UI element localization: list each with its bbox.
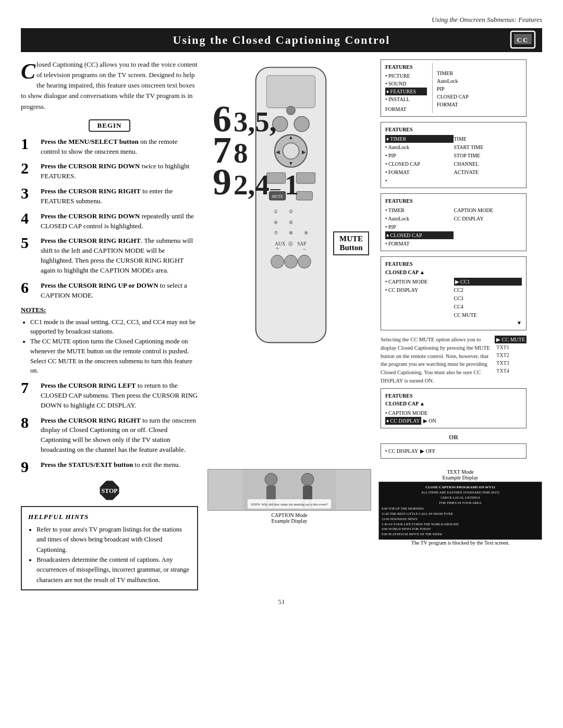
svg-point-10 <box>287 106 296 115</box>
page-title: Using the Closed Captioning Control <box>173 33 390 47</box>
intro-paragraph: Closed Captioning (CC) allows you to rea… <box>21 59 198 112</box>
svg-point-38 <box>265 473 277 486</box>
cc-mute-description: Selecting the CC MUTE option allows you … <box>381 336 527 385</box>
remote-control-svg: ▲ ▼ ◀ ▶ MUTE ① ② ④ <box>234 65 348 367</box>
helpful-hints-title: HELPFUL HINTS <box>28 511 191 522</box>
big-num-6: 6 <box>213 101 231 137</box>
submenus-column: FEATURES • PICTURE • SOUND ♦ FEATURES • … <box>381 59 527 464</box>
caption-examples-area: JOHN: Why did they make the meeting up t… <box>207 469 542 546</box>
intro-text: losed Captioning (CC) allows you to read… <box>21 60 198 110</box>
cc-mute-text: Selecting the CC MUTE option allows you … <box>381 336 492 385</box>
hint-1: Refer to your area's TV program listings… <box>36 525 191 555</box>
step-bold-1: Press the MENU/SELECT button <box>41 138 139 145</box>
step-bold-6: Press the CURSOR RING UP or DOWN <box>41 281 158 289</box>
step-bold-2: Press the CURSOR RING DOWN <box>41 162 140 170</box>
svg-rect-17 <box>266 172 285 183</box>
caption-mode-illustration: JOHN: Why did they make the meeting up t… <box>242 469 336 511</box>
svg-point-32 <box>271 255 284 268</box>
svg-point-12 <box>283 143 299 159</box>
svg-text:–: – <box>302 245 307 252</box>
svg-point-33 <box>285 255 298 268</box>
svg-text:④: ④ <box>274 220 278 225</box>
submenu-closed-cap-detail: FEATURES CLOSED CAP ▲ • CAPTION MODE▶ CC… <box>381 256 527 330</box>
caption-mode-label: CAPTION ModeExample Display <box>207 512 371 524</box>
left-column: Closed Captioning (CC) allows you to rea… <box>21 59 198 590</box>
svg-rect-7 <box>266 76 315 108</box>
step-4: 4 Press the CURSOR RING DOWN repeatedly … <box>21 212 198 231</box>
mute-label-text: MUTE <box>339 235 363 243</box>
page-number: 51 <box>21 598 542 606</box>
submenu-cc-display-off: • CC DISPLAY ▶ OFF <box>381 443 527 459</box>
main-content: Closed Captioning (CC) allows you to rea… <box>21 59 542 590</box>
step-content-5: Press the CURSOR RING RIGHT. The submenu… <box>41 236 198 275</box>
step-7: 7 Press the CURSOR RING LEFT to return t… <box>21 381 198 411</box>
hint-2: Broadcasters determine the content of ca… <box>36 555 191 585</box>
svg-point-42 <box>301 473 314 486</box>
helpful-hints-list: Refer to your area's TV program listings… <box>28 525 191 585</box>
step-content-2: Press the CURSOR RING DOWN twice to high… <box>41 162 198 181</box>
step-num-5: 5 <box>21 235 38 275</box>
svg-text:⑨: ⑨ <box>304 230 308 236</box>
svg-point-34 <box>298 255 311 268</box>
begin-box: BEGIN <box>89 119 130 132</box>
submenu-features-closed-cap: FEATURES • TIMERCAPTION MODE • AutoLockC… <box>381 193 527 251</box>
remote-area: 6 3,5, 7 8 9 2,4 – 1 <box>207 59 374 369</box>
step-2: 2 Press the CURSOR RING DOWN twice to hi… <box>21 162 198 181</box>
text-mode-header: TEXT ModeExample Display <box>378 469 542 480</box>
step-content-8: Press the CURSOR RING RIGHT to turn the … <box>41 416 198 455</box>
header-subtitle: Using the Onscreen Submenus: Features <box>432 16 542 23</box>
svg-text:▶: ▶ <box>302 149 306 155</box>
text-blocked-label: The TV program is blocked by the Text sc… <box>378 540 542 546</box>
step-num-6: 6 <box>21 280 38 301</box>
step-content-7: Press the CURSOR RING LEFT to return to … <box>41 381 198 411</box>
step-8: 8 Press the CURSOR RING RIGHT to turn th… <box>21 416 198 455</box>
step-content-6: Press the CURSOR RING UP or DOWN to sele… <box>41 281 198 301</box>
svg-text:CC: CC <box>517 36 529 44</box>
svg-text:⑧: ⑧ <box>289 230 293 236</box>
drop-cap: C <box>21 60 35 82</box>
page: Using the Onscreen Submenus: Features Us… <box>0 0 563 728</box>
caption-mode-image: JOHN: Why did they make the meeting up t… <box>207 469 371 511</box>
step-bold-7: Press the CURSOR RING LEFT <box>41 381 136 389</box>
caption-mode-example: JOHN: Why did they make the meeting up t… <box>207 469 371 524</box>
step-bold-9: Press the STATUS/EXIT button <box>41 461 133 468</box>
svg-text:②: ② <box>289 209 293 214</box>
step-content-9: Press the STATUS/EXIT button to exit the… <box>41 460 198 475</box>
step-bold-8: Press the CURSOR RING RIGHT <box>41 416 141 424</box>
svg-text:STOP: STOP <box>101 487 117 495</box>
svg-text:①: ① <box>274 209 278 214</box>
svg-rect-43 <box>303 486 312 500</box>
step-content-3: Press the CURSOR RING RIGHT to enter the… <box>41 187 198 206</box>
step-1: 1 Press the MENU/SELECT button on the re… <box>21 137 198 157</box>
button-label-text: Button <box>339 243 363 252</box>
svg-text:⑤: ⑤ <box>289 220 293 225</box>
step-bold-4: Press the CURSOR RING DOWN <box>41 212 140 220</box>
svg-rect-18 <box>296 172 315 183</box>
svg-point-9 <box>294 116 309 131</box>
big-num-9: 9 <box>213 164 231 200</box>
svg-text:▲: ▲ <box>288 134 293 140</box>
step-num-8: 8 <box>21 415 38 455</box>
step-bold-5: Press the CURSOR RING RIGHT <box>41 237 141 244</box>
notes-section: NOTES: CC1 mode is the usual setting. CC… <box>21 306 198 376</box>
step-bold-3: Press the CURSOR RING RIGHT <box>41 187 141 195</box>
page-header: Using the Onscreen Submenus: Features <box>21 16 542 24</box>
submenu-cc-display-on: FEATURES CLOSED CAP ▲ • CAPTION MODE ♦ C… <box>381 388 527 428</box>
stop-icon: STOP <box>99 480 120 501</box>
right-column: 6 3,5, 7 8 9 2,4 – 1 <box>207 59 542 590</box>
step-num-3: 3 <box>21 186 38 206</box>
helpful-hints-box: HELPFUL HINTS Refer to your area's TV pr… <box>21 506 198 590</box>
step-3: 3 Press the CURSOR RING RIGHT to enter t… <box>21 187 198 206</box>
step-content-1: Press the MENU/SELECT button on the remo… <box>41 137 198 157</box>
notes-list: CC1 mode is the usual setting. CC2, CC3,… <box>21 317 198 376</box>
accessibility-icon: CC <box>510 30 536 50</box>
svg-text:⓪: ⓪ <box>289 241 293 246</box>
svg-text:+: + <box>276 245 279 252</box>
submenu-features-timer: FEATURES ♦ TIMERTIME • AutoLockSTART TIM… <box>381 122 527 188</box>
svg-text:▼: ▼ <box>288 161 293 166</box>
notes-title: NOTES: <box>21 306 198 314</box>
svg-text:MUTE: MUTE <box>272 195 283 199</box>
submenu-features-main: FEATURES • PICTURE • SOUND ♦ FEATURES • … <box>381 59 527 117</box>
step-5: 5 Press the CURSOR RING RIGHT. The subme… <box>21 236 198 275</box>
step-num-9: 9 <box>21 459 38 475</box>
